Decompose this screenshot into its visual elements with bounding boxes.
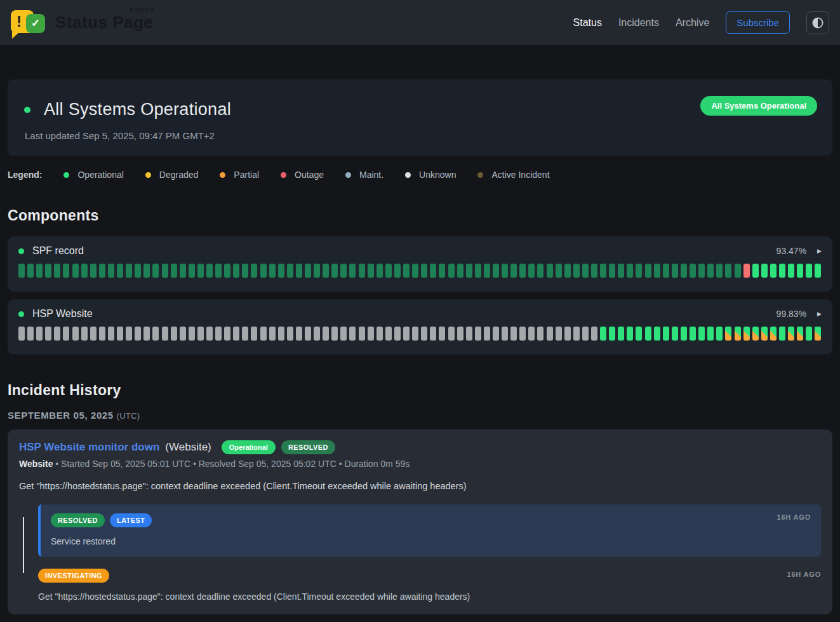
uptime-bar — [349, 327, 356, 341]
uptime-bar — [331, 327, 338, 341]
uptime-bar — [528, 327, 535, 341]
chevron-right-icon[interactable]: ▶ — [817, 248, 822, 254]
uptime-bar — [27, 264, 34, 278]
uptime-bar — [421, 327, 427, 341]
uptime-bar — [681, 264, 687, 278]
uptime-bar — [135, 264, 141, 278]
uptime-bar — [484, 327, 490, 341]
uptime-bar — [90, 264, 97, 278]
uptime-bar — [663, 264, 669, 278]
incident-status-badge: Operational — [222, 440, 276, 454]
uptime-bar — [519, 327, 526, 341]
uptime-bar — [654, 264, 660, 278]
uptime-bar — [314, 264, 320, 278]
uptime-bar — [457, 264, 463, 278]
component-uptime-percentage: 93.47% — [777, 246, 806, 256]
uptime-bar — [743, 264, 750, 278]
uptime-bar — [439, 327, 445, 341]
incident-title-link[interactable]: HSP Website monitor down — [19, 441, 159, 454]
uptime-bar — [152, 327, 159, 341]
uptime-bar — [117, 264, 123, 278]
uptime-bar — [305, 264, 311, 278]
uptime-bar — [117, 327, 123, 341]
uptime-bar — [466, 327, 472, 341]
uptime-bar — [233, 264, 239, 278]
legend-item-label: Partial — [234, 170, 259, 180]
uptime-bar — [63, 327, 69, 341]
incident-history-heading: Incident History — [8, 382, 832, 399]
uptime-bar — [537, 264, 543, 278]
uptime-bar — [72, 327, 79, 341]
uptime-bar — [269, 327, 276, 341]
uptime-bar — [752, 264, 759, 278]
uptime-bar — [806, 264, 812, 278]
chevron-right-icon[interactable]: ▶ — [817, 311, 822, 317]
uptime-bar — [645, 327, 651, 341]
uptime-bar — [368, 327, 374, 341]
uptime-bar — [305, 327, 311, 341]
legend-dot-icon — [145, 172, 151, 178]
legend-item: Outage — [281, 170, 324, 180]
uptime-bar — [403, 264, 410, 278]
subscribe-button[interactable]: Subscribe — [726, 11, 790, 34]
uptime-bar — [609, 264, 615, 278]
uptime-bar — [260, 264, 267, 278]
brand-logo[interactable]: ! ✓ hosted Status Page — [11, 8, 153, 37]
uptime-bar — [287, 327, 293, 341]
uptime-bar — [600, 327, 606, 341]
uptime-bar — [779, 327, 785, 341]
uptime-bar — [690, 264, 696, 278]
timeline-dot-column — [19, 567, 28, 602]
update-body: INVESTIGATING16H AGOGet "https://hosteds… — [38, 567, 821, 602]
uptime-bar — [36, 264, 43, 278]
uptime-bar — [582, 264, 589, 278]
nav-link-incidents[interactable]: Incidents — [618, 17, 659, 29]
uptime-bar — [421, 264, 427, 278]
uptime-bar — [323, 327, 329, 341]
header-nav: StatusIncidentsArchive — [573, 17, 710, 29]
legend-item-label: Outage — [295, 170, 324, 180]
legend-dot-icon — [63, 172, 69, 178]
legend-label: Legend: — [8, 170, 42, 180]
incident-meta: Website • Started Sep 05, 2025 05:01 UTC… — [19, 459, 821, 469]
uptime-bar — [197, 264, 204, 278]
uptime-bar — [493, 327, 499, 341]
update-message: Service restored — [51, 536, 811, 546]
uptime-bar — [698, 327, 705, 341]
component-status-dot-icon — [18, 311, 24, 317]
theme-toggle-button[interactable] — [806, 11, 829, 34]
uptime-bar — [618, 264, 624, 278]
uptime-bar — [430, 327, 436, 341]
uptime-bar — [582, 327, 589, 341]
uptime-bar — [349, 264, 356, 278]
uptime-bar — [287, 264, 293, 278]
last-updated-text: Last updated Sep 5, 2025, 09:47 PM GMT+2 — [25, 130, 816, 141]
uptime-bar — [448, 327, 455, 341]
uptime-bar — [412, 327, 418, 341]
uptime-bar — [377, 327, 383, 341]
uptime-bar — [162, 327, 168, 341]
uptime-bar — [448, 264, 455, 278]
components-list: SPF record93.47%▶HSP Website99.83%▶ — [8, 236, 832, 355]
component-card: SPF record93.47%▶ — [8, 236, 832, 292]
uptime-bar — [296, 264, 302, 278]
legend-item-label: Active Incident — [491, 170, 549, 180]
uptime-bar — [394, 264, 401, 278]
uptime-bar — [340, 327, 347, 341]
nav-link-archive[interactable]: Archive — [676, 17, 709, 29]
uptime-bar — [359, 264, 365, 278]
uptime-bar — [81, 327, 88, 341]
update-message: Get "https://hostedstatus.page": context… — [38, 592, 821, 602]
overall-status-banner: All Systems Operational Last updated Sep… — [8, 79, 832, 156]
component-uptime-percentage: 99.83% — [777, 309, 806, 319]
uptime-bar — [600, 264, 606, 278]
uptime-bar — [368, 264, 374, 278]
uptime-bar — [394, 327, 401, 341]
uptime-bar — [45, 264, 51, 278]
uptime-bar — [519, 264, 526, 278]
component-header-right: 93.47%▶ — [777, 246, 822, 256]
nav-link-status[interactable]: Status — [573, 17, 602, 29]
uptime-bar — [457, 327, 463, 341]
uptime-bar — [54, 264, 60, 278]
check-icon: ✓ — [26, 14, 45, 33]
